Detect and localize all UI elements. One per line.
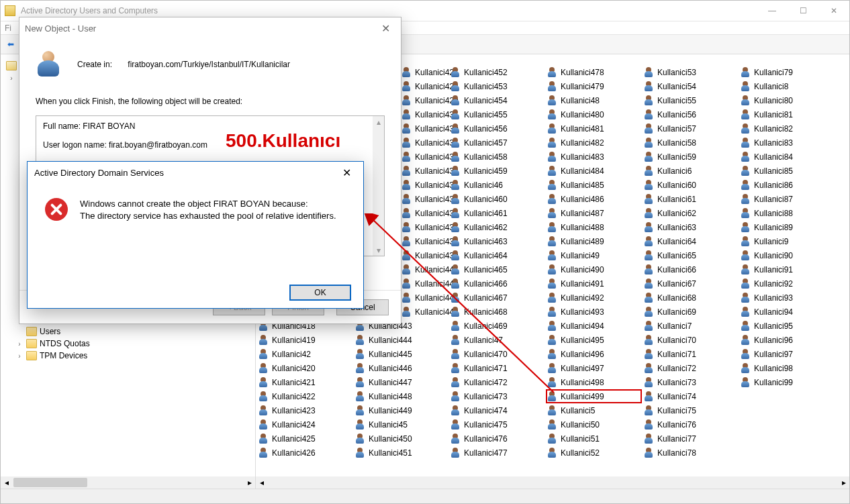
list-item[interactable]: Kullanici496 [546,347,642,361]
list-item[interactable]: Kullanici66 [643,262,739,276]
list-item[interactable]: Kullanici476 [449,432,545,446]
list-item[interactable]: Kullanici50 [546,417,642,432]
list-item[interactable]: Kullanici469 [449,319,545,333]
list-item[interactable]: Kullanici61 [643,192,739,206]
list-item[interactable]: Kullanici450 [354,432,450,446]
list-item[interactable]: Kullanici82 [739,121,835,136]
list-item[interactable]: Kullanici480 [546,107,642,121]
list-item[interactable]: Kullanici6 [643,164,739,178]
list-item[interactable]: Kullanici98 [739,361,835,375]
list-item[interactable]: Kullanici423 [257,403,353,417]
list-item[interactable]: Kullanici95 [739,319,835,333]
scroll-right-icon[interactable]: ▸ [838,477,849,489]
list-item[interactable]: Kullanici467 [449,291,545,305]
list-item[interactable]: Kullanici49 [546,248,642,262]
list-item[interactable]: Kullanici459 [449,164,545,178]
list-item[interactable]: Kullanici464 [449,248,545,262]
list-item[interactable]: Kullanici487 [546,206,642,220]
list-item[interactable]: Kullanici58 [643,136,739,150]
maximize-button[interactable]: ☐ [788,1,818,21]
summary-scrollbar[interactable]: ▴ ▾ [373,116,384,256]
list-item[interactable]: Kullanici5 [546,403,642,417]
list-item[interactable]: Kullanici491 [546,276,642,291]
tree-item[interactable]: Users [3,325,252,338]
chevron-right-icon[interactable]: › [15,340,23,348]
close-icon[interactable]: ✕ [375,18,395,38]
list-item[interactable]: Kullanici71 [643,347,739,361]
list-item[interactable]: Kullanici472 [449,375,545,389]
list-item[interactable]: Kullanici482 [546,136,642,150]
tree-item[interactable]: ›TPM Devices [3,350,252,362]
list-item[interactable]: Kullanici65 [643,248,739,262]
list-item[interactable]: Kullanici47 [449,333,545,347]
list-item[interactable]: Kullanici484 [546,164,642,178]
list-item[interactable]: Kullanici86 [739,178,835,192]
scroll-right-icon[interactable]: ▸ [244,477,255,489]
list-item[interactable]: Kullanici457 [449,136,545,150]
list-item[interactable]: Kullanici458 [449,150,545,164]
list-item[interactable]: Kullanici488 [546,220,642,234]
list-item[interactable]: Kullanici57 [643,121,739,136]
list-item[interactable]: Kullanici48 [546,93,642,107]
list-item[interactable]: Kullanici490 [546,262,642,276]
list-item[interactable]: Kullanici485 [546,178,642,192]
list-item[interactable]: Kullanici92 [739,276,835,291]
scroll-left-icon[interactable]: ◂ [1,477,12,489]
list-item[interactable]: Kullanici90 [739,248,835,262]
list-item[interactable]: Kullanici474 [449,403,545,417]
list-item[interactable]: Kullanici85 [739,164,835,178]
list-item[interactable]: Kullanici59 [643,150,739,164]
list-item[interactable]: Kullanici451 [354,446,450,460]
list-item[interactable]: Kullanici463 [449,234,545,248]
list-item[interactable]: Kullanici64 [643,234,739,248]
list-item[interactable]: Kullanici89 [739,220,835,234]
list-item[interactable]: Kullanici84 [739,150,835,164]
list-item[interactable]: Kullanici447 [354,375,450,389]
list-item[interactable]: Kullanici80 [739,93,835,107]
list-h-scrollbar[interactable]: ◂ ▸ [256,476,849,489]
list-item[interactable]: Kullanici466 [449,276,545,291]
list-item[interactable]: Kullanici425 [257,432,353,446]
list-item[interactable]: Kullanici83 [739,136,835,150]
list-item[interactable]: Kullanici422 [257,389,353,403]
list-item[interactable]: Kullanici424 [257,417,353,432]
list-item[interactable]: Kullanici462 [449,220,545,234]
list-item[interactable]: Kullanici495 [546,333,642,347]
list-item[interactable]: Kullanici448 [354,389,450,403]
list-item[interactable]: Kullanici77 [643,432,739,446]
list-item[interactable]: Kullanici54 [643,79,739,93]
ok-button[interactable]: OK [289,285,351,301]
list-item[interactable]: Kullanici444 [354,333,450,347]
list-item[interactable]: Kullanici88 [739,206,835,220]
list-item[interactable]: Kullanici486 [546,192,642,206]
list-item[interactable]: Kullanici96 [739,333,835,347]
list-item[interactable]: Kullanici498 [546,375,642,389]
list-item[interactable]: Kullanici79 [739,65,835,79]
list-item[interactable]: Kullanici460 [449,192,545,206]
list-item[interactable]: Kullanici455 [449,107,545,121]
list-item[interactable]: Kullanici53 [643,65,739,79]
list-item[interactable]: Kullanici42 [257,347,353,361]
list-item[interactable]: Kullanici461 [449,206,545,220]
list-item[interactable]: Kullanici475 [449,417,545,432]
list-item[interactable]: Kullanici473 [449,389,545,403]
list-item[interactable]: Kullanici426 [257,446,353,460]
list-item[interactable]: Kullanici97 [739,347,835,361]
list-item[interactable]: Kullanici87 [739,192,835,206]
menu-truncated[interactable]: Fi [5,23,11,33]
close-button[interactable]: ✕ [818,1,849,21]
list-item[interactable]: Kullanici91 [739,262,835,276]
list-item[interactable]: Kullanici56 [643,107,739,121]
list-item[interactable]: Kullanici93 [739,291,835,305]
list-item[interactable]: Kullanici497 [546,361,642,375]
list-item[interactable]: Kullanici452 [449,65,545,79]
list-item[interactable]: Kullanici8 [739,79,835,93]
list-item[interactable]: Kullanici68 [643,291,739,305]
chevron-right-icon[interactable]: › [15,352,23,360]
list-item[interactable]: Kullanici420 [257,361,353,375]
scroll-thumb[interactable] [13,478,87,487]
list-item[interactable]: Kullanici69 [643,305,739,319]
scroll-up-icon[interactable]: ▴ [373,116,384,128]
list-item[interactable]: Kullanici493 [546,305,642,319]
back-icon[interactable]: ⬅ [3,37,18,52]
